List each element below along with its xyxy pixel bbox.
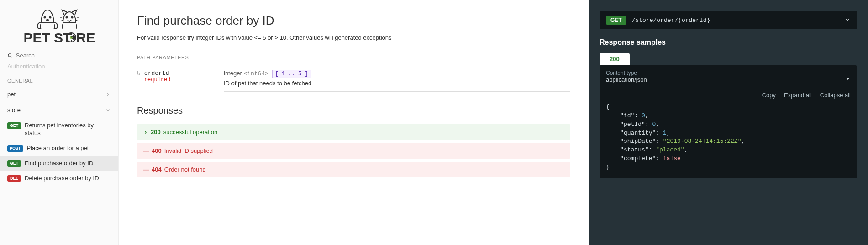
tab-200[interactable]: 200 xyxy=(600,53,630,65)
op-label: Delete purchase order by ID xyxy=(25,175,99,182)
param-right: integer <int64> [ 1 .. 5 ] ID of pet tha… xyxy=(224,70,570,92)
dash-icon: — xyxy=(143,166,149,173)
op-delete-order[interactable]: DEL Delete purchase order by ID xyxy=(0,171,118,186)
param-left: ↳ orderId required xyxy=(137,70,215,83)
chevron-right-icon xyxy=(105,92,111,97)
response-400[interactable]: — 400 Invalid ID supplied xyxy=(137,143,570,159)
responses-heading: Responses xyxy=(137,105,570,116)
sidebar-item-pet[interactable]: pet xyxy=(0,86,118,102)
tabs: 200 xyxy=(600,53,857,65)
sidebar-item-truncated[interactable]: Authentication xyxy=(0,63,118,72)
sample-actions: Copy Expand all Collapse all xyxy=(600,87,857,103)
search-bar[interactable] xyxy=(0,48,118,63)
method-badge: DEL xyxy=(7,175,21,182)
center-column: Find purchase order by ID For valid resp… xyxy=(119,0,589,245)
chevron-down-icon xyxy=(105,108,111,113)
op-label: Place an order for a pet xyxy=(27,145,89,152)
sidebar-item-label: store xyxy=(7,107,21,114)
op-find-order[interactable]: GET Find purchase order by ID xyxy=(0,156,118,171)
endpoint-selector[interactable]: GET /store/order/{orderId} xyxy=(600,11,857,29)
param-type: integer <int64> [ 1 .. 5 ] xyxy=(224,70,570,78)
svg-point-13 xyxy=(8,53,11,56)
svg-point-2 xyxy=(47,20,48,21)
svg-point-1 xyxy=(49,17,51,18)
svg-point-3 xyxy=(66,17,67,18)
caret-down-icon xyxy=(845,76,851,83)
logo: PET ST•RE xyxy=(0,0,118,48)
main: Find purchase order by ID For valid resp… xyxy=(119,0,868,245)
path-params-heading: PATH PARAMETERS xyxy=(137,55,570,63)
response-text: successful operation xyxy=(163,129,218,136)
sidebar-item-label: pet xyxy=(7,91,16,98)
response-body-code: { "id": 0, "petId": 0, "quantity": 1, "s… xyxy=(600,103,857,178)
collapse-all-button[interactable]: Collapse all xyxy=(820,92,851,99)
petstore-logo-icon: PET ST•RE xyxy=(14,4,105,47)
param-row: ↳ orderId required integer <int64> [ 1 .… xyxy=(137,70,570,92)
response-200[interactable]: 200 successful operation xyxy=(137,124,570,140)
response-code: 200 xyxy=(151,129,161,136)
endpoint-method-badge: GET xyxy=(606,16,626,25)
method-badge: POST xyxy=(7,145,23,152)
response-text: Invalid ID supplied xyxy=(164,147,213,154)
dash-icon: — xyxy=(143,147,149,154)
svg-text:PET ST•RE: PET ST•RE xyxy=(23,30,95,45)
sidebar: PET ST•RE Authentication GENERAL p xyxy=(0,0,119,245)
sidebar-item-store[interactable]: store xyxy=(0,102,118,118)
response-text: Order not found xyxy=(164,166,206,173)
param-name: orderId xyxy=(144,70,171,77)
op-label: Returns pet inventories by status xyxy=(25,122,111,137)
content-type-value: application/json xyxy=(606,76,647,83)
response-samples-heading: Response samples xyxy=(600,38,857,47)
param-type-format: <int64> xyxy=(243,70,268,77)
op-inventories[interactable]: GET Returns pet inventories by status xyxy=(0,118,118,141)
nav: Authentication GENERAL pet store GET Ret… xyxy=(0,63,118,245)
param-description: ID of pet that needs to be fetched xyxy=(224,80,570,87)
page-description: For valid response try integer IDs with … xyxy=(137,34,570,41)
search-icon xyxy=(7,52,13,59)
svg-point-4 xyxy=(71,17,73,18)
chevron-right-icon xyxy=(143,130,148,135)
content-type-label: Content type xyxy=(606,70,647,76)
chevron-down-icon xyxy=(844,16,851,24)
param-type-prefix: integer xyxy=(224,70,242,77)
nav-section-label: GENERAL xyxy=(0,72,118,86)
right-panel: GET /store/order/{orderId} Response samp… xyxy=(589,0,868,245)
app-root: PET ST•RE Authentication GENERAL p xyxy=(0,0,868,245)
svg-point-0 xyxy=(44,17,45,18)
response-code: 400 xyxy=(152,147,162,154)
param-range: [ 1 .. 5 ] xyxy=(272,70,311,78)
content-type-selector[interactable]: Content type application/json xyxy=(600,65,857,87)
method-badge: GET xyxy=(7,160,21,167)
op-place-order[interactable]: POST Place an order for a pet xyxy=(0,141,118,156)
response-code: 404 xyxy=(152,166,162,173)
endpoint-path: /store/order/{orderId} xyxy=(632,17,839,24)
svg-marker-15 xyxy=(847,78,849,80)
op-label: Find purchase order by ID xyxy=(25,160,93,167)
response-404[interactable]: — 404 Order not found xyxy=(137,162,570,177)
copy-button[interactable]: Copy xyxy=(762,92,776,99)
param-required-label: required xyxy=(144,77,171,83)
page-title: Find purchase order by ID xyxy=(137,14,570,28)
svg-line-14 xyxy=(11,56,12,57)
sample-box: Content type application/json Copy Expan… xyxy=(600,65,857,178)
search-input[interactable] xyxy=(16,52,111,59)
param-arrow-icon: ↳ xyxy=(137,70,141,83)
expand-all-button[interactable]: Expand all xyxy=(784,92,812,99)
method-badge: GET xyxy=(7,122,21,129)
